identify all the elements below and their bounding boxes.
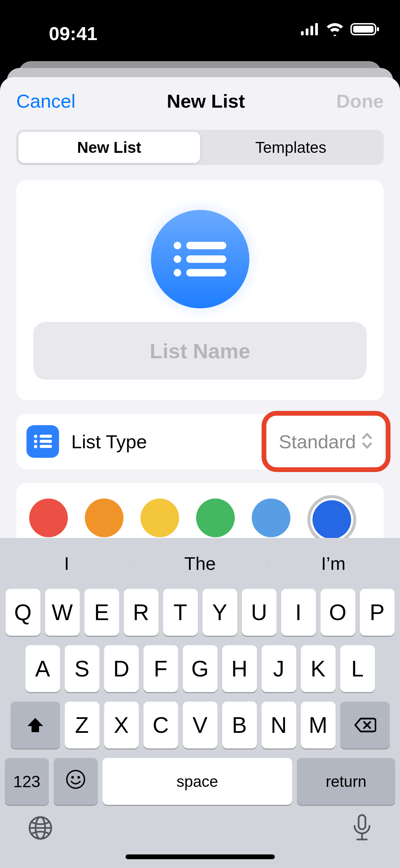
key-m[interactable]: M	[301, 702, 336, 748]
color-card	[16, 483, 384, 544]
svg-rect-1	[306, 29, 308, 35]
key-u[interactable]: U	[242, 589, 277, 636]
svg-rect-25	[359, 815, 365, 829]
key-row-1: Q W E R T Y U I O P	[5, 589, 395, 636]
key-l[interactable]: L	[340, 645, 375, 692]
svg-rect-3	[315, 23, 318, 35]
battery-icon	[350, 22, 380, 37]
svg-point-20	[71, 776, 74, 779]
list-type-row[interactable]: List Type Standard	[16, 414, 384, 469]
list-icon-preview[interactable]	[33, 196, 367, 322]
suggestion-2[interactable]: The	[133, 553, 267, 574]
segment-templates[interactable]: Templates	[200, 132, 382, 163]
color-red[interactable]	[29, 499, 68, 537]
color-yellow[interactable]	[140, 499, 179, 537]
chevron-up-down-icon	[361, 431, 374, 452]
color-row	[16, 483, 384, 544]
list-type-value: Standard	[279, 431, 356, 453]
svg-point-17	[34, 445, 37, 448]
color-blue-inner	[312, 500, 351, 539]
key-f[interactable]: F	[144, 645, 178, 692]
key-i[interactable]: I	[281, 589, 316, 636]
key-n[interactable]: N	[262, 702, 296, 748]
key-g[interactable]: G	[183, 645, 217, 692]
modal-sheet: Cancel New List Done New List Templates	[0, 77, 400, 868]
status-icons	[301, 22, 380, 37]
segment-new-list[interactable]: New List	[18, 132, 200, 163]
key-z[interactable]: Z	[65, 702, 99, 748]
svg-rect-5	[353, 26, 374, 33]
key-a[interactable]: A	[25, 645, 60, 692]
svg-rect-12	[186, 269, 226, 276]
name-card	[16, 180, 384, 400]
color-blue-selected[interactable]	[307, 495, 356, 544]
svg-point-9	[174, 255, 181, 263]
list-type-label: List Type	[71, 431, 279, 453]
wifi-icon	[325, 22, 344, 37]
svg-point-13	[34, 435, 37, 438]
done-button[interactable]: Done	[336, 90, 384, 112]
color-green[interactable]	[196, 499, 235, 537]
backspace-icon	[354, 717, 376, 733]
svg-rect-6	[377, 27, 379, 31]
svg-rect-18	[40, 445, 52, 448]
status-time: 09:41	[49, 22, 97, 44]
globe-icon[interactable]	[27, 815, 54, 843]
key-s[interactable]: S	[65, 645, 99, 692]
key-shift[interactable]	[11, 702, 60, 748]
svg-point-19	[67, 771, 84, 788]
key-row-4: 123 space return	[0, 758, 400, 805]
key-123[interactable]: 123	[5, 758, 49, 805]
key-d[interactable]: D	[104, 645, 139, 692]
svg-rect-14	[40, 435, 52, 438]
key-return[interactable]: return	[297, 758, 395, 805]
cancel-button[interactable]: Cancel	[16, 90, 75, 112]
key-emoji[interactable]	[54, 758, 98, 805]
list-type-icon	[26, 425, 59, 458]
key-b[interactable]: B	[222, 702, 257, 748]
key-k[interactable]: K	[301, 645, 336, 692]
shift-icon	[26, 717, 44, 734]
keyboard-footer	[0, 805, 400, 859]
svg-rect-16	[40, 440, 52, 443]
svg-point-21	[77, 776, 80, 779]
list-bullets-icon	[171, 239, 229, 279]
key-j[interactable]: J	[262, 645, 296, 692]
svg-rect-10	[186, 255, 226, 263]
key-h[interactable]: H	[222, 645, 257, 692]
key-p[interactable]: P	[360, 589, 395, 636]
key-row-3: Z X C V B N M	[5, 702, 395, 748]
svg-point-15	[34, 440, 37, 443]
list-type-card: List Type Standard	[16, 414, 384, 469]
color-orange[interactable]	[85, 499, 123, 537]
key-c[interactable]: C	[144, 702, 178, 748]
key-e[interactable]: E	[84, 589, 119, 636]
cellular-icon	[301, 23, 319, 37]
key-o[interactable]: O	[321, 589, 355, 636]
mic-icon[interactable]	[351, 813, 373, 844]
suggestion-1[interactable]: I	[0, 553, 133, 574]
svg-rect-0	[301, 31, 304, 35]
key-v[interactable]: V	[183, 702, 217, 748]
svg-point-7	[174, 242, 181, 249]
key-r[interactable]: R	[124, 589, 158, 636]
list-name-input[interactable]	[33, 322, 367, 380]
list-icon-circle	[151, 210, 249, 308]
suggestion-bar: I The I’m	[0, 538, 400, 589]
key-y[interactable]: Y	[203, 589, 237, 636]
suggestion-3[interactable]: I’m	[267, 553, 400, 574]
key-x[interactable]: X	[104, 702, 139, 748]
key-backspace[interactable]	[340, 702, 390, 748]
svg-rect-2	[310, 26, 313, 35]
emoji-icon	[65, 769, 86, 794]
home-indicator[interactable]	[126, 854, 275, 859]
status-bar: 09:41	[0, 0, 400, 58]
key-q[interactable]: Q	[6, 589, 40, 636]
keyboard: I The I’m Q W E R T Y U I O P A S D F	[0, 538, 400, 868]
sheet-nav: Cancel New List Done	[0, 77, 400, 122]
key-t[interactable]: T	[163, 589, 198, 636]
key-space[interactable]: space	[102, 758, 292, 805]
key-w[interactable]: W	[45, 589, 80, 636]
segmented-control: New List Templates	[0, 130, 400, 165]
color-lightblue[interactable]	[252, 499, 290, 537]
